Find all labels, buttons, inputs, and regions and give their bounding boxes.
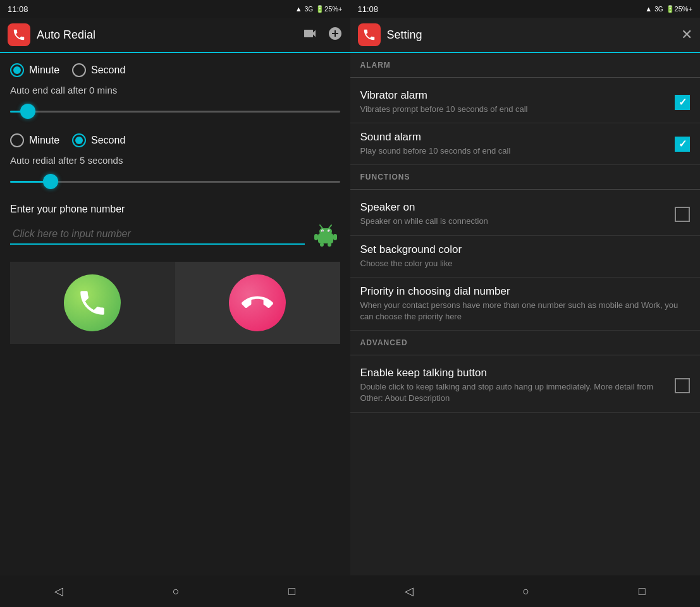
speaker-on-checkbox[interactable] <box>675 207 690 222</box>
section-alarm: ALARM <box>350 53 701 73</box>
radio-second-2-inner <box>75 137 83 144</box>
android-icon <box>311 220 340 249</box>
right-battery-icon: 🔋25%+ <box>666 5 692 13</box>
background-color-item[interactable]: Set background color Choose the color yo… <box>350 236 701 278</box>
radio-group-1: Minute Second <box>10 63 340 77</box>
settings-content: ALARM Vibrator alarm Vibrates prompt bef… <box>350 53 701 575</box>
keep-talking-desc: Double click to keep talking and stop au… <box>360 381 675 404</box>
app-logo <box>8 23 30 46</box>
left-content: Minute Second Auto end call after 0 mins… <box>0 53 350 575</box>
slider-2-track <box>10 181 340 183</box>
vibrator-alarm-desc: Vibrates prompt before 10 seconds of end… <box>360 104 675 115</box>
recent-button-right[interactable]: □ <box>632 579 652 604</box>
slider-2[interactable] <box>10 172 340 191</box>
keep-talking-checkbox[interactable] <box>675 378 690 393</box>
keep-talking-title: Enable keep talking button <box>360 367 675 379</box>
back-button-right[interactable]: ◁ <box>398 578 420 604</box>
signal-3g: 3G <box>305 6 313 13</box>
settings-app-logo <box>358 23 381 46</box>
slider-1-thumb[interactable] <box>20 104 35 119</box>
right-status-bar: 11:08 ▲ 3G 🔋25%+ <box>350 0 701 18</box>
header-actions <box>302 26 343 44</box>
sound-alarm-checkbox[interactable]: ✓ <box>675 137 690 152</box>
sound-alarm-item[interactable]: Sound alarm Play sound before 10 seconds… <box>350 123 701 165</box>
right-header: Setting ✕ <box>350 18 701 53</box>
vibrator-alarm-text: Vibrator alarm Vibrates prompt before 10… <box>360 89 675 115</box>
vibrator-alarm-title: Vibrator alarm <box>360 89 675 102</box>
right-time: 11:08 <box>358 4 379 14</box>
radio-second-2[interactable]: Second <box>72 133 125 147</box>
call-icon <box>77 287 108 319</box>
phone-number-input[interactable] <box>10 224 305 245</box>
svg-point-5 <box>328 231 329 232</box>
left-status-bar: 11:08 ▲ 3G 🔋25%+ <box>0 0 350 18</box>
radio-minute-1-inner <box>13 66 21 74</box>
background-color-title: Set background color <box>360 243 691 256</box>
slider-1-track <box>10 111 340 113</box>
svg-line-6 <box>320 225 322 228</box>
home-button-left[interactable]: ○ <box>166 579 186 604</box>
video-camera-icon[interactable] <box>302 26 317 44</box>
svg-rect-9 <box>333 234 337 240</box>
svg-rect-10 <box>320 243 324 247</box>
priority-dial-item[interactable]: Priority in choosing dial number When yo… <box>350 278 701 331</box>
radio-second-1-label: Second <box>91 64 125 76</box>
hangup-button[interactable] <box>175 262 340 344</box>
svg-rect-1 <box>319 228 332 235</box>
radio-second-2-label: Second <box>91 135 125 146</box>
section-functions: FUNCTIONS <box>350 165 701 185</box>
right-header-title: Setting <box>387 28 682 42</box>
radio-minute-2[interactable]: Minute <box>10 133 59 147</box>
slider-1[interactable] <box>10 102 340 121</box>
radio-minute-1[interactable]: Minute <box>10 63 59 77</box>
svg-point-4 <box>322 231 323 232</box>
keep-talking-item[interactable]: Enable keep talking button Double click … <box>350 359 701 412</box>
slider-2-thumb[interactable] <box>43 174 58 189</box>
right-wifi-icon: ▲ <box>645 5 652 13</box>
sound-alarm-desc: Play sound before 10 seconds of end call <box>360 145 675 157</box>
recent-button-left[interactable]: □ <box>282 579 302 604</box>
right-status-icons: ▲ 3G 🔋25%+ <box>645 5 692 13</box>
radio-minute-2-outer <box>10 133 24 147</box>
right-panel: 11:08 ▲ 3G 🔋25%+ Setting ✕ ALARM Vibrato… <box>350 0 701 607</box>
right-bottom-nav: ◁ ○ □ <box>350 575 701 607</box>
speaker-on-title: Speaker on <box>360 201 675 214</box>
auto-end-text: Auto end call after 0 mins <box>10 85 340 95</box>
speaker-on-item[interactable]: Speaker on Speaker on while call is conn… <box>350 193 701 235</box>
background-color-text: Set background color Choose the color yo… <box>360 243 691 269</box>
left-time: 11:08 <box>8 4 28 14</box>
sound-alarm-text: Sound alarm Play sound before 10 seconds… <box>360 131 675 157</box>
call-button[interactable] <box>10 262 175 344</box>
home-button-right[interactable]: ○ <box>516 579 536 604</box>
vibrator-alarm-item[interactable]: Vibrator alarm Vibrates prompt before 10… <box>350 82 701 123</box>
priority-dial-desc: When your contact persons have more than… <box>360 300 691 322</box>
svg-rect-0 <box>318 233 333 243</box>
radio-second-2-outer <box>72 133 86 147</box>
add-circle-icon[interactable] <box>328 26 343 44</box>
speaker-on-desc: Speaker on while call is connection <box>360 216 675 227</box>
phone-input-row <box>10 220 340 249</box>
radio-minute-2-label: Minute <box>29 135 59 146</box>
call-circle-green <box>64 274 121 331</box>
vibrator-alarm-checkbox[interactable]: ✓ <box>675 95 690 110</box>
call-buttons <box>10 262 340 344</box>
left-status-icons: ▲ 3G 🔋25%+ <box>295 5 343 13</box>
battery-icon: 🔋25%+ <box>316 5 342 13</box>
svg-line-7 <box>329 225 331 228</box>
phone-input-section: Enter your phone number <box>10 204 340 249</box>
back-button-left[interactable]: ◁ <box>48 578 70 604</box>
close-button[interactable]: ✕ <box>681 27 692 43</box>
hangup-icon <box>242 287 273 319</box>
svg-rect-8 <box>314 234 318 240</box>
right-signal-3g: 3G <box>654 6 663 13</box>
left-panel: 11:08 ▲ 3G 🔋25%+ Auto Redial <box>0 0 350 607</box>
auto-redial-text: Auto redial after 5 seconds <box>10 155 340 166</box>
call-circle-pink <box>229 274 286 331</box>
priority-dial-text: Priority in choosing dial number When yo… <box>360 285 691 322</box>
sound-alarm-title: Sound alarm <box>360 131 675 144</box>
radio-second-1[interactable]: Second <box>72 63 125 77</box>
radio-group-2: Minute Second <box>10 133 340 147</box>
left-header-title: Auto Redial <box>37 28 302 42</box>
radio-second-1-outer <box>72 63 86 77</box>
keep-talking-text: Enable keep talking button Double click … <box>360 367 675 404</box>
